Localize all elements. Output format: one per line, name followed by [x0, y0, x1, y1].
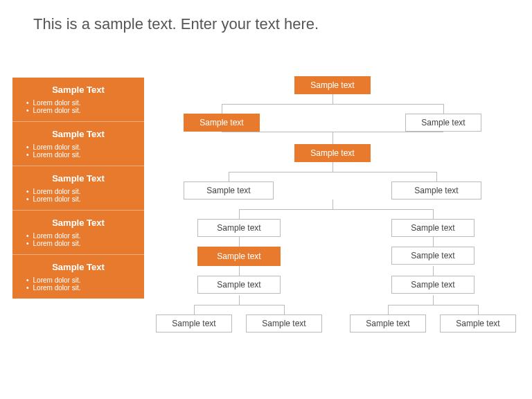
- chart-connector: [239, 295, 240, 305]
- chart-connector: [433, 209, 434, 219]
- chart-node: Sample text: [197, 247, 281, 266]
- sidebar-item: Sample Text Lorem dolor sit. Lorem dolor…: [12, 78, 144, 122]
- sidebar-item-head: Sample Text: [24, 173, 133, 184]
- sidebar-bullet: Lorem dolor sit.: [26, 151, 133, 159]
- sidebar-bullet: Lorem dolor sit.: [26, 107, 133, 114]
- chart-node-root: Sample text: [294, 76, 371, 94]
- chart-node: Sample text: [405, 114, 481, 132]
- chart-node: Sample text: [184, 114, 260, 132]
- chart-connector: [222, 132, 443, 132]
- chart-connector: [388, 305, 478, 305]
- chart-connector: [436, 172, 437, 181]
- chart-connector: [229, 172, 229, 181]
- chart-node: Sample text: [197, 219, 281, 237]
- chart-leaf: Sample text: [156, 314, 232, 332]
- chart-connector: [222, 104, 443, 105]
- chart-node: Sample text: [184, 181, 274, 200]
- chart-connector: [332, 200, 333, 209]
- chart-connector: [332, 94, 333, 104]
- chart-leaf: Sample text: [440, 314, 516, 332]
- chart-leaf: Sample text: [350, 314, 426, 332]
- chart-connector: [284, 305, 285, 314]
- chart-node: Sample text: [391, 276, 475, 294]
- chart-connector: [478, 305, 479, 314]
- chart-connector: [194, 305, 195, 314]
- sidebar-item-head: Sample Text: [24, 129, 133, 139]
- chart-connector: [433, 295, 434, 305]
- sidebar-item-bullets: Lorem dolor sit. Lorem dolor sit.: [24, 232, 133, 247]
- sidebar-item: Sample Text Lorem dolor sit. Lorem dolor…: [12, 166, 144, 211]
- sidebar-item-bullets: Lorem dolor sit. Lorem dolor sit.: [24, 276, 133, 292]
- sidebar-bullet: Lorem dolor sit.: [26, 188, 133, 195]
- sidebar-item: Sample Text Lorem dolor sit. Lorem dolor…: [12, 122, 144, 166]
- sidebar-bullet: Lorem dolor sit.: [26, 284, 133, 292]
- sidebar-item: Sample Text Lorem dolor sit. Lorem dolor…: [12, 211, 144, 255]
- sidebar-item: Sample Text Lorem dolor sit. Lorem dolor…: [12, 255, 144, 299]
- sidebar-item-head: Sample Text: [24, 218, 133, 228]
- sidebar-bullet: Lorem dolor sit.: [26, 143, 133, 151]
- chart-node: Sample text: [391, 219, 475, 237]
- chart-connector: [388, 305, 389, 314]
- chart-node: Sample text: [391, 181, 481, 200]
- sidebar-bullet: Lorem dolor sit.: [26, 99, 133, 107]
- page-title: This is a sample text. Enter your text h…: [33, 15, 319, 33]
- sidebar-bullet: Lorem dolor sit.: [26, 240, 133, 247]
- chart-connector: [332, 132, 333, 144]
- chart-connector: [332, 162, 333, 172]
- sidebar-item-bullets: Lorem dolor sit. Lorem dolor sit.: [24, 143, 133, 159]
- sidebar: Sample Text Lorem dolor sit. Lorem dolor…: [12, 78, 144, 299]
- chart-connector: [239, 237, 240, 247]
- chart-node: Sample text: [294, 144, 371, 162]
- chart-connector: [229, 172, 436, 172]
- sidebar-item-head: Sample Text: [24, 262, 133, 272]
- sidebar-item-bullets: Lorem dolor sit. Lorem dolor sit.: [24, 99, 133, 114]
- sidebar-bullet: Lorem dolor sit.: [26, 276, 133, 284]
- org-chart: Sample text Sample text Sample text Samp…: [145, 75, 532, 393]
- chart-connector: [239, 266, 240, 276]
- chart-connector: [194, 305, 284, 305]
- chart-connector: [222, 104, 222, 114]
- chart-connector: [433, 266, 434, 276]
- chart-leaf: Sample text: [246, 314, 322, 332]
- chart-node: Sample text: [391, 247, 475, 265]
- chart-connector: [239, 209, 240, 219]
- chart-connector: [443, 104, 444, 114]
- sidebar-bullet: Lorem dolor sit.: [26, 232, 133, 240]
- sidebar-bullet: Lorem dolor sit.: [26, 195, 133, 203]
- chart-connector: [433, 237, 434, 247]
- chart-connector: [239, 209, 433, 210]
- sidebar-item-bullets: Lorem dolor sit. Lorem dolor sit.: [24, 188, 133, 203]
- sidebar-item-head: Sample Text: [24, 85, 133, 95]
- chart-node: Sample text: [197, 276, 281, 294]
